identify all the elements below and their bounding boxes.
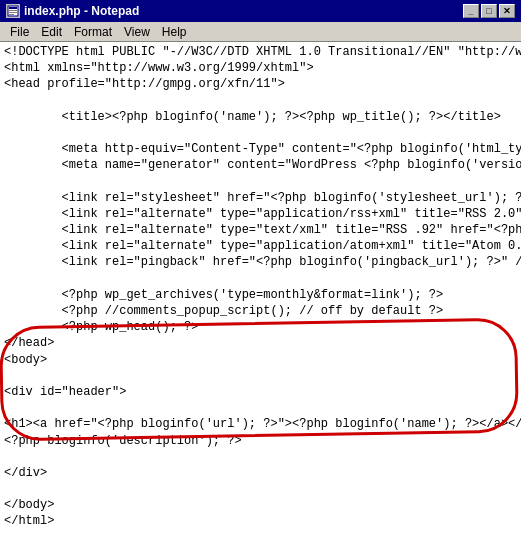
title-bar-left: index.php - Notepad: [6, 4, 139, 18]
svg-rect-1: [9, 7, 17, 9]
window-title: index.php - Notepad: [24, 4, 139, 18]
app-icon: [6, 4, 20, 18]
title-bar: index.php - Notepad _ □ ✕: [0, 0, 521, 22]
menu-view[interactable]: View: [118, 23, 156, 41]
minimize-button[interactable]: _: [463, 4, 479, 18]
close-button[interactable]: ✕: [499, 4, 515, 18]
menu-file[interactable]: File: [4, 23, 35, 41]
menu-format[interactable]: Format: [68, 23, 118, 41]
content-area: <!DOCTYPE html PUBLIC "-//W3C//DTD XHTML…: [0, 42, 521, 536]
title-bar-controls: _ □ ✕: [463, 4, 515, 18]
svg-rect-4: [9, 14, 14, 15]
maximize-button[interactable]: □: [481, 4, 497, 18]
menu-edit[interactable]: Edit: [35, 23, 68, 41]
menu-bar: File Edit Format View Help: [0, 22, 521, 42]
svg-rect-2: [9, 10, 17, 11]
svg-rect-3: [9, 12, 17, 13]
menu-help[interactable]: Help: [156, 23, 193, 41]
code-content: <!DOCTYPE html PUBLIC "-//W3C//DTD XHTML…: [4, 44, 517, 530]
